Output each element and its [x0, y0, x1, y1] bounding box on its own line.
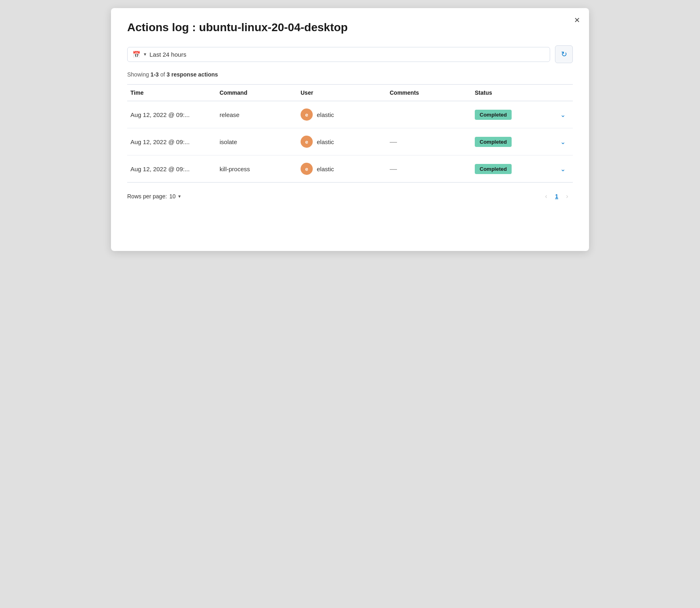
results-range: 1-3 [151, 71, 159, 78]
expand-row-1[interactable]: ⌄ [553, 111, 573, 119]
date-range-selector[interactable]: 📅 ▾ Last 24 hours [127, 47, 550, 62]
user-name-3: elastic [317, 166, 334, 172]
rows-per-page-selector[interactable]: Rows per page: 10 ▾ [127, 193, 181, 200]
page-title: Actions log : ubuntu-linux-20-04-desktop [127, 21, 573, 34]
cell-user-2: e elastic [297, 136, 386, 148]
results-prefix: Showing [127, 71, 151, 78]
comment-dash-2: — [390, 138, 397, 146]
table-row: Aug 12, 2022 @ 09:... release e elastic … [127, 101, 573, 128]
chevron-down-icon: ⌄ [560, 165, 566, 173]
status-badge-3: Completed [475, 164, 512, 174]
status-badge-2: Completed [475, 137, 512, 147]
table-row: Aug 12, 2022 @ 09:... kill-process e ela… [127, 155, 573, 183]
user-avatar-2: e [301, 136, 313, 148]
cell-command-3: kill-process [216, 166, 297, 172]
calendar-chevron-icon: ▾ [144, 51, 146, 57]
rows-per-page-label: Rows per page: [127, 193, 167, 200]
pagination-controls: ‹ 1 › [540, 191, 573, 202]
cell-status-3: Completed [472, 164, 553, 174]
results-suffix: response actions [170, 71, 218, 78]
cell-comments-3: — [386, 165, 472, 173]
refresh-icon: ↻ [561, 50, 567, 59]
results-middle: of [159, 71, 166, 78]
rows-per-page-chevron-icon: ▾ [178, 193, 181, 199]
cell-time-3: Aug 12, 2022 @ 09:... [127, 166, 216, 172]
cell-command-1: release [216, 111, 297, 118]
chevron-down-icon: ⌄ [560, 111, 566, 119]
user-avatar-1: e [301, 108, 313, 121]
header-expand [553, 89, 573, 96]
refresh-button[interactable]: ↻ [555, 45, 573, 63]
table: Time Command User Comments Status Aug 12… [127, 84, 573, 183]
header-status: Status [472, 89, 553, 96]
header-user: User [297, 89, 386, 96]
pagination-prev-button[interactable]: ‹ [540, 191, 552, 202]
header-command: Command [216, 89, 297, 96]
user-name-1: elastic [317, 111, 334, 118]
close-button[interactable]: ✕ [571, 15, 583, 26]
modal-container: ✕ Actions log : ubuntu-linux-20-04-deskt… [111, 8, 589, 251]
user-avatar-3: e [301, 163, 313, 175]
cell-user-3: e elastic [297, 163, 386, 175]
cell-status-1: Completed [472, 110, 553, 120]
cell-time-1: Aug 12, 2022 @ 09:... [127, 111, 216, 118]
user-name-2: elastic [317, 138, 334, 145]
results-count: 3 [166, 71, 170, 78]
cell-user-1: e elastic [297, 108, 386, 121]
table-header-row: Time Command User Comments Status [127, 85, 573, 101]
status-badge-1: Completed [475, 110, 512, 120]
pagination: Rows per page: 10 ▾ ‹ 1 › [127, 183, 573, 202]
rows-per-page-value: 10 [169, 193, 176, 200]
table-row: Aug 12, 2022 @ 09:... isolate e elastic … [127, 128, 573, 155]
calendar-icon: 📅 [132, 51, 141, 58]
pagination-next-button[interactable]: › [561, 191, 573, 202]
header-comments: Comments [386, 89, 472, 96]
cell-comments-2: — [386, 138, 472, 146]
current-page-number: 1 [555, 193, 558, 200]
date-range-value: Last 24 hours [149, 51, 545, 58]
cell-command-2: isolate [216, 138, 297, 145]
results-info: Showing 1-3 of 3 response actions [127, 71, 573, 78]
expand-row-2[interactable]: ⌄ [553, 138, 573, 146]
cell-time-2: Aug 12, 2022 @ 09:... [127, 138, 216, 145]
cell-status-2: Completed [472, 137, 553, 147]
filter-bar: 📅 ▾ Last 24 hours ↻ [127, 45, 573, 63]
comment-dash-3: — [390, 165, 397, 173]
chevron-down-icon: ⌄ [560, 138, 566, 146]
header-time: Time [127, 89, 216, 96]
expand-row-3[interactable]: ⌄ [553, 165, 573, 173]
